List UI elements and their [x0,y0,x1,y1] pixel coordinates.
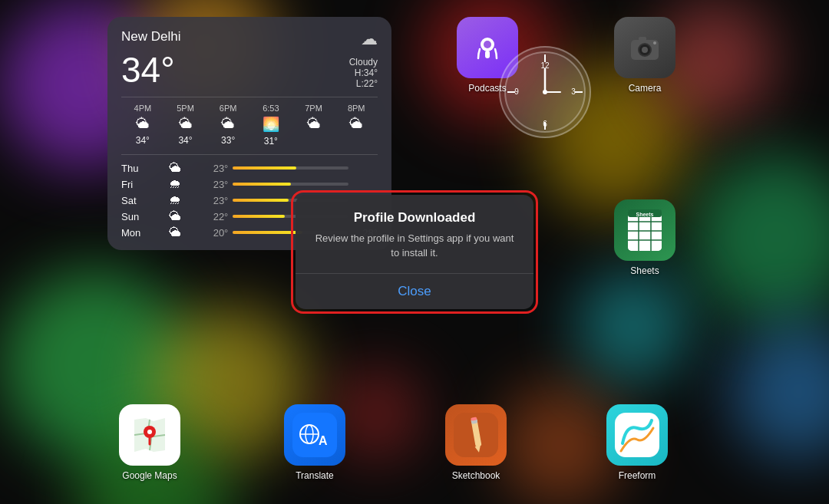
modal-message: Review the profile in Settings app if yo… [311,232,518,261]
modal-content: Profile Downloaded Review the profile in… [296,195,533,261]
profile-downloaded-dialog: Profile Downloaded Review the profile in… [296,195,533,309]
modal-border: Profile Downloaded Review the profile in… [291,190,538,314]
modal-title: Profile Downloaded [311,210,518,226]
modal-overlay: Profile Downloaded Review the profile in… [0,0,829,504]
modal-close-button[interactable]: Close [296,274,533,309]
